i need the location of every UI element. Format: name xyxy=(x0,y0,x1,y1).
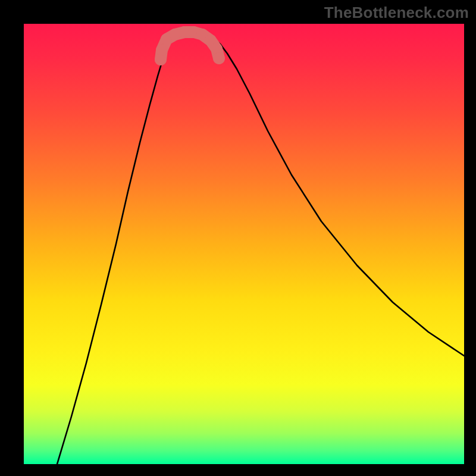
plot-area xyxy=(24,24,464,464)
chart-svg xyxy=(24,24,464,464)
watermark-text: TheBottleneck.com xyxy=(324,4,469,22)
marker-dot xyxy=(213,52,225,64)
gradient-background xyxy=(24,24,464,464)
marker-dot xyxy=(156,44,168,56)
chart-frame: TheBottleneck.com xyxy=(0,0,476,476)
